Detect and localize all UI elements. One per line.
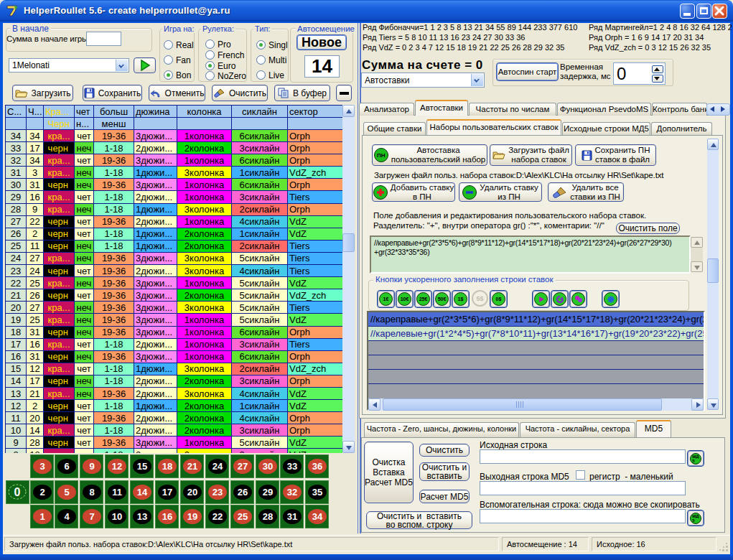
svg-text:0: 0 (14, 486, 21, 498)
